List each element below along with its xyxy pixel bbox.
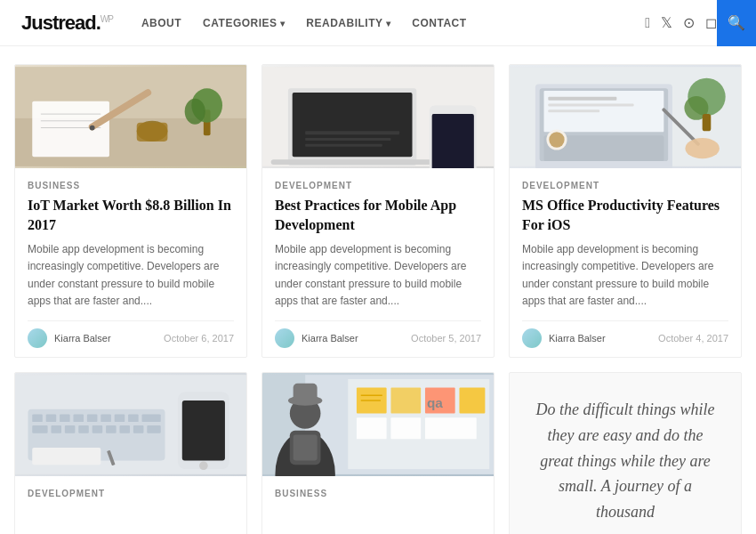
svg-rect-16 (271, 159, 443, 165)
card-4-image (15, 373, 246, 476)
svg-rect-49 (32, 425, 47, 433)
svg-rect-30 (548, 109, 599, 112)
card-2-title[interactable]: Best Practices for Mobile App Developmen… (275, 196, 481, 234)
svg-rect-55 (119, 425, 130, 433)
svg-rect-28 (548, 97, 616, 101)
svg-rect-51 (65, 425, 76, 433)
instagram-icon[interactable]: ◻ (705, 14, 717, 31)
svg-point-12 (185, 99, 205, 125)
nav-links: ABOUT CATEGORIES READABILITY CONTACT (141, 17, 645, 29)
svg-rect-56 (133, 425, 144, 433)
article-card-4: DEVELOPMENT (14, 372, 247, 534)
svg-rect-70 (357, 417, 387, 439)
nav-contact[interactable]: CONTACT (412, 17, 466, 29)
card-1-category: BUSINESS (28, 181, 234, 190)
card-2-avatar (275, 328, 294, 348)
svg-rect-67 (390, 388, 421, 414)
card-2-meta: Kiarra Balser October 5, 2017 (275, 320, 481, 348)
main-content: BUSINESS IoT Market Worth $8.8 Billion I… (0, 46, 756, 534)
svg-rect-71 (390, 417, 421, 439)
card-5-body: BUSINESS (262, 476, 494, 513)
card-1-date: October 6, 2017 (164, 333, 234, 344)
cards-row2: DEVELOPMENT (14, 372, 742, 534)
nav-readability[interactable]: READABILITY (306, 17, 390, 29)
svg-rect-47 (128, 414, 139, 422)
search-button[interactable]: 🔍 (717, 0, 756, 46)
nav-about[interactable]: ABOUT (141, 17, 181, 29)
card-2-image (262, 65, 494, 168)
card-1-author: Kiarra Balser (54, 333, 157, 344)
svg-rect-20 (305, 131, 399, 134)
svg-rect-22 (305, 144, 382, 147)
article-card-2: DEVELOPMENT Best Practices for Mobile Ap… (261, 64, 495, 358)
card-2-author: Kiarra Balser (302, 333, 404, 344)
svg-rect-21 (305, 138, 390, 141)
svg-rect-15 (293, 93, 413, 157)
article-card-1: BUSINESS IoT Market Worth $8.8 Billion I… (14, 64, 247, 358)
card-2-category: DEVELOPMENT (275, 181, 481, 190)
twitter-icon[interactable]: 𝕏 (661, 14, 672, 31)
svg-point-60 (199, 461, 208, 470)
svg-rect-59 (182, 400, 225, 460)
card-1-image (15, 65, 246, 168)
svg-rect-53 (92, 425, 103, 433)
quote-text: Do the difficult things while they are e… (531, 397, 720, 525)
card-1-title[interactable]: IoT Market Worth $8.8 Billion In 2017 (28, 196, 234, 234)
svg-rect-43 (73, 414, 84, 422)
svg-rect-2 (32, 101, 109, 158)
svg-rect-48 (142, 414, 161, 422)
svg-rect-72 (425, 417, 477, 439)
svg-rect-46 (115, 414, 125, 422)
quote-card: Do the difficult things while they are e… (509, 372, 742, 534)
card-1-avatar (28, 328, 47, 348)
svg-rect-44 (87, 414, 98, 422)
nav-categories[interactable]: CATEGORIES (203, 17, 285, 29)
card-2-excerpt: Mobile app development is becoming incre… (275, 241, 481, 310)
svg-point-9 (90, 125, 95, 131)
svg-rect-80 (294, 434, 318, 460)
svg-rect-40 (32, 414, 43, 422)
svg-rect-41 (46, 414, 57, 422)
svg-rect-78 (294, 384, 318, 402)
card-5-category: BUSINESS (275, 489, 481, 498)
card-3-body: DEVELOPMENT MS Office Productivity Featu… (510, 168, 741, 357)
card-3-author: Kiarra Balser (549, 333, 651, 344)
nav-social-icons:  𝕏 ⊙ ◻ (645, 14, 717, 31)
article-card-5: qa BUSINESS (261, 372, 495, 534)
article-card-3: DEVELOPMENT MS Office Productivity Featu… (509, 64, 742, 358)
card-1-meta: Kiarra Balser October 6, 2017 (28, 320, 234, 348)
card-5-image: qa (262, 373, 494, 476)
svg-point-37 (685, 138, 720, 158)
svg-rect-57 (147, 425, 160, 433)
logo[interactable]: Justread.WP (21, 12, 113, 35)
card-4-category: DEVELOPMENT (28, 489, 234, 498)
svg-rect-69 (459, 388, 485, 414)
card-3-title[interactable]: MS Office Productivity Features For iOS (522, 196, 728, 234)
github-icon[interactable]: ⊙ (683, 14, 695, 31)
card-1-body: BUSINESS IoT Market Worth $8.8 Billion I… (15, 168, 246, 357)
cards-row1: BUSINESS IoT Market Worth $8.8 Billion I… (14, 64, 742, 358)
svg-rect-61 (32, 448, 101, 465)
card-2-date: October 5, 2017 (411, 333, 481, 344)
svg-rect-50 (51, 425, 61, 433)
card-3-category: DEVELOPMENT (522, 181, 728, 190)
svg-text:qa: qa (427, 395, 443, 410)
svg-point-35 (549, 132, 564, 147)
card-3-meta: Kiarra Balser October 4, 2017 (522, 320, 728, 348)
search-icon: 🔍 (728, 14, 745, 31)
card-3-excerpt: Mobile app development is becoming incre… (522, 241, 728, 310)
svg-rect-33 (703, 114, 712, 131)
svg-rect-42 (60, 414, 70, 422)
svg-rect-45 (101, 414, 111, 422)
svg-rect-29 (548, 104, 633, 107)
card-3-avatar (522, 328, 542, 348)
svg-rect-7 (137, 123, 168, 142)
card-1-excerpt: Mobile app development is becoming incre… (28, 241, 234, 310)
card-2-body: DEVELOPMENT Best Practices for Mobile Ap… (262, 168, 494, 357)
card-3-image (510, 65, 741, 168)
svg-rect-52 (78, 425, 89, 433)
svg-rect-54 (106, 425, 117, 433)
facebook-icon[interactable]:  (645, 15, 650, 31)
card-4-body: DEVELOPMENT (15, 476, 246, 513)
card-3-date: October 4, 2017 (658, 333, 728, 344)
